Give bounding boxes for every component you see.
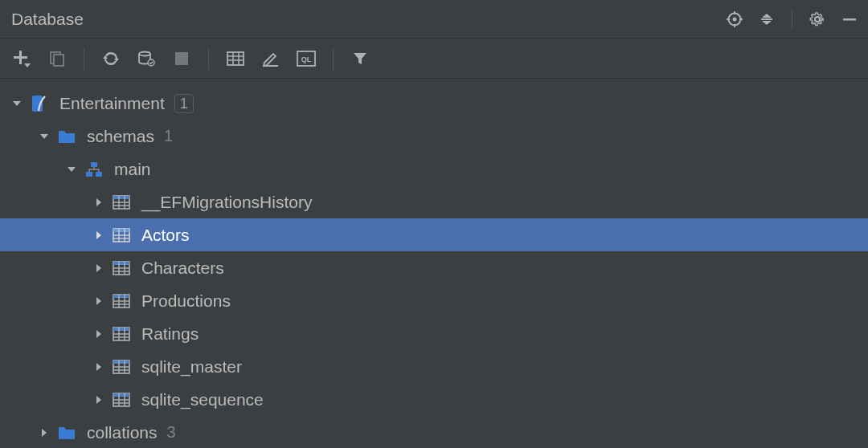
svg-rect-40 xyxy=(113,262,129,265)
edit-button[interactable] xyxy=(260,48,281,69)
sync-button[interactable] xyxy=(136,48,157,69)
chevron-right-icon[interactable] xyxy=(90,391,108,409)
schema-icon xyxy=(84,159,104,180)
count-badge: 1 xyxy=(164,127,173,145)
chevron-right-icon[interactable] xyxy=(90,226,108,244)
toolbar-separator-1 xyxy=(84,47,84,70)
svg-rect-64 xyxy=(113,393,129,397)
svg-rect-3 xyxy=(734,24,735,27)
tree-label: sqlite_master xyxy=(141,357,242,377)
tree-label: main xyxy=(114,160,151,179)
table-view-button[interactable] xyxy=(225,48,246,69)
stop-button[interactable] xyxy=(171,48,192,69)
tree-node-table[interactable]: Ratings xyxy=(0,317,868,350)
svg-rect-46 xyxy=(113,295,129,298)
tree-label: collations xyxy=(87,423,158,442)
tree-node-table[interactable]: sqlite_master xyxy=(0,350,868,383)
svg-rect-9 xyxy=(14,56,27,59)
tree-node-table[interactable]: sqlite_sequence xyxy=(0,383,868,416)
toolbar-separator-3 xyxy=(333,47,334,70)
toolbar-separator-2 xyxy=(208,47,209,70)
svg-rect-24 xyxy=(91,162,97,167)
chevron-right-icon[interactable] xyxy=(35,424,53,442)
svg-rect-25 xyxy=(86,172,92,177)
target-icon[interactable] xyxy=(726,10,743,28)
tree-node-table[interactable]: Characters xyxy=(0,251,868,284)
chevron-right-icon[interactable] xyxy=(90,292,108,310)
tree-node-collations[interactable]: collations 3 xyxy=(0,416,868,448)
chevron-down-icon[interactable] xyxy=(35,128,53,145)
sqlite-feather-icon xyxy=(29,93,50,114)
svg-rect-58 xyxy=(113,360,129,364)
svg-rect-11 xyxy=(54,55,63,66)
tree-label: Entertainment xyxy=(59,94,165,113)
refresh-button[interactable] xyxy=(100,48,121,69)
chevron-right-icon[interactable] xyxy=(90,259,108,277)
panel-title: Database xyxy=(11,10,726,29)
svg-rect-6 xyxy=(761,18,772,20)
gear-icon[interactable] xyxy=(809,10,826,28)
add-button[interactable] xyxy=(11,48,32,69)
tree-node-table[interactable]: __EFMigrationsHistory xyxy=(0,185,868,218)
database-toolbar: QL xyxy=(0,39,868,79)
duplicate-button[interactable] xyxy=(47,48,68,69)
chevron-down-icon[interactable] xyxy=(63,161,80,178)
tree-label: Productions xyxy=(141,291,231,311)
svg-rect-15 xyxy=(227,52,244,65)
svg-rect-34 xyxy=(113,229,129,232)
query-console-button[interactable]: QL xyxy=(296,48,317,69)
tree-node-database[interactable]: Entertainment 1 xyxy=(0,87,868,120)
svg-text:QL: QL xyxy=(301,55,312,63)
chevron-right-icon[interactable] xyxy=(90,358,108,376)
folder-icon xyxy=(56,126,77,147)
tree-label: __EFMigrationsHistory xyxy=(141,193,312,212)
svg-rect-28 xyxy=(113,196,129,199)
svg-rect-7 xyxy=(843,18,856,21)
tree-node-schema-main[interactable]: main xyxy=(0,153,868,185)
table-icon xyxy=(111,324,132,344)
svg-rect-52 xyxy=(113,328,129,331)
tree-node-table-selected[interactable]: Actors xyxy=(0,218,868,251)
svg-rect-20 xyxy=(264,65,278,67)
tree-label: sqlite_sequence xyxy=(141,390,264,409)
table-icon xyxy=(111,192,132,213)
table-icon xyxy=(111,225,132,246)
chevron-right-icon[interactable] xyxy=(90,325,108,343)
svg-rect-2 xyxy=(734,11,735,14)
chevron-down-icon[interactable] xyxy=(8,95,26,112)
database-tree: Entertainment 1 schemas 1 main __ xyxy=(0,79,868,448)
table-icon xyxy=(111,356,132,377)
header-separator xyxy=(792,9,792,30)
folder-icon xyxy=(56,422,77,443)
collapse-icon[interactable] xyxy=(758,10,776,28)
table-icon xyxy=(111,291,132,312)
chevron-right-icon[interactable] xyxy=(90,193,108,211)
header-actions xyxy=(726,9,858,30)
svg-point-12 xyxy=(139,51,150,55)
filter-icon[interactable] xyxy=(350,48,371,69)
tree-label: schemas xyxy=(87,127,154,146)
tree-node-table[interactable]: Productions xyxy=(0,284,868,317)
database-panel-header: Database xyxy=(0,0,868,39)
svg-rect-5 xyxy=(739,18,743,20)
svg-rect-4 xyxy=(727,18,730,20)
svg-rect-14 xyxy=(175,52,188,65)
minimize-icon[interactable] xyxy=(841,10,858,28)
svg-rect-26 xyxy=(96,172,102,177)
tree-label: Actors xyxy=(141,226,190,245)
table-icon xyxy=(111,258,132,279)
tree-label: Ratings xyxy=(141,324,199,344)
tree-label: Characters xyxy=(141,259,224,278)
svg-point-1 xyxy=(733,17,737,21)
count-badge: 3 xyxy=(167,423,176,442)
count-badge: 1 xyxy=(174,94,194,113)
table-icon xyxy=(111,389,132,410)
tree-node-schemas[interactable]: schemas 1 xyxy=(0,120,868,153)
